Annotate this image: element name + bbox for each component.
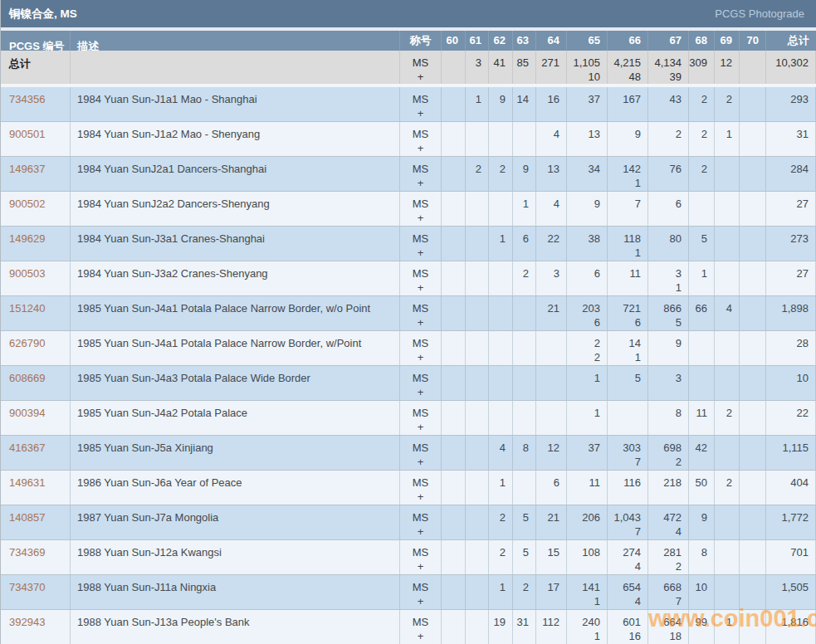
grade-67-cell: 8665 (648, 296, 689, 330)
grade-68-cell: 11 (689, 401, 715, 435)
totals-total-cell: 10,302 (766, 51, 816, 84)
grade-70-cell (740, 505, 766, 539)
grade-69-cell: 4 (715, 296, 740, 330)
grade-66-cell: 116 (608, 471, 648, 505)
coin-description: 1985 Yuan Sun-J4a2 Potala Palace (71, 401, 400, 435)
table-row: 3929431988 Yuan Sun-J13a People's BankMS… (1, 610, 816, 644)
row-total-cell: 293 (766, 87, 816, 121)
grade-62-cell (489, 366, 513, 400)
pcgs-photograde-link[interactable]: PCGS Photograde (715, 7, 804, 20)
grade-60-cell (442, 122, 466, 156)
pcgs-number-link[interactable]: 149637 (9, 163, 45, 175)
pcgs-number-cell: 734356 (1, 87, 71, 121)
grade-61-cell (466, 296, 489, 330)
totals-grade-68-cell: 309 (689, 51, 715, 84)
grade-63-cell: 6 (513, 227, 536, 261)
grade-61-cell (466, 331, 489, 365)
grade-69-cell (715, 575, 740, 609)
grade-62-cell: 2 (489, 505, 513, 539)
grade-67-cell: 76 (648, 157, 689, 191)
pcgs-number-link[interactable]: 149631 (9, 476, 45, 489)
grade-68-cell: 2 (689, 157, 715, 191)
designation-cell: MS+ (400, 366, 442, 400)
pcgs-number-link[interactable]: 140857 (9, 511, 45, 524)
grade-65-cell: 38 (567, 227, 608, 261)
column-header-grade-70: 70 (740, 31, 766, 51)
coin-description: 1987 Yuan Sun-J7a Mongolia (71, 505, 400, 539)
pcgs-number-link[interactable]: 149629 (9, 232, 45, 245)
pcgs-number-cell: 900503 (1, 261, 71, 295)
pcgs-number-link[interactable]: 900394 (9, 407, 45, 419)
grade-67-cell: 66418 (648, 610, 689, 644)
table-row: 1496371984 Yuan SunJ2a1 Dancers-Shanghai… (1, 157, 816, 192)
table-row: 6267901985 Yuan Sun-J4a1 Potala Palace N… (1, 331, 816, 366)
grade-64-cell: 16 (536, 87, 567, 121)
totals-grade-63-cell: 85 (513, 51, 536, 84)
pcgs-number-link[interactable]: 900501 (9, 128, 45, 140)
pcgs-number-link[interactable]: 608669 (9, 372, 45, 384)
grade-61-cell (466, 261, 489, 295)
table-row: 9005021984 Yuan SunJ2a2 Dancers-Shenyang… (1, 192, 816, 227)
grade-67-cell: 3 (648, 366, 689, 400)
grade-64-cell (536, 366, 567, 400)
pcgs-number-link[interactable]: 151240 (9, 302, 45, 315)
grade-62-cell: 2 (489, 540, 513, 574)
pcgs-number-link[interactable]: 900502 (9, 198, 45, 210)
grade-62-cell: 1 (489, 471, 513, 505)
grade-66-cell: 2744 (608, 540, 648, 574)
grade-68-cell (689, 366, 715, 400)
table-row: 7343561984 Yuan Sun-J1a1 Mao - ShanghaiM… (1, 87, 816, 122)
totals-row: 总计 MS+341852711,105104,215484,1343930912… (1, 51, 816, 87)
grade-66-cell: 5 (608, 366, 648, 400)
grade-66-cell: 7 (608, 192, 648, 226)
row-total-cell: 1,898 (766, 296, 816, 330)
column-header-grade-63: 63 (513, 31, 536, 51)
pcgs-number-link[interactable]: 626790 (9, 337, 45, 349)
pcgs-number-link[interactable]: 734370 (9, 581, 45, 593)
grade-68-cell: 5 (689, 227, 715, 261)
pcgs-number-link[interactable]: 734369 (9, 546, 45, 559)
coin-description: 1988 Yuan Sun-J11a Ningxia (71, 575, 400, 609)
pcgs-number-link[interactable]: 900503 (9, 267, 45, 280)
grade-63-cell (513, 471, 536, 505)
grade-63-cell: 14 (513, 87, 536, 121)
grade-69-cell (715, 366, 740, 400)
pcgs-number-link[interactable]: 392943 (9, 616, 45, 628)
grade-69-cell (715, 331, 740, 365)
row-total-cell: 10 (766, 366, 816, 400)
grade-70-cell (740, 261, 766, 295)
grade-65-cell: 2036 (567, 296, 608, 330)
table-row: 7343691988 Yuan Sun-J12a KwangsiMS+25151… (1, 540, 816, 575)
grade-66-cell: 1421 (608, 157, 648, 191)
designation-cell: MS+ (400, 87, 442, 121)
grade-64-cell: 112 (536, 610, 567, 644)
grade-63-cell: 2 (513, 575, 536, 609)
page-title: 铜镍合金, MS (9, 7, 77, 22)
grade-61-cell (466, 610, 489, 644)
grade-63-cell: 31 (513, 610, 536, 644)
column-header-grade-66: 66 (608, 31, 648, 51)
grade-68-cell: 66 (689, 296, 715, 330)
row-total-cell: 1,505 (766, 575, 816, 609)
grade-67-cell: 8 (648, 401, 689, 435)
grade-65-cell: 22 (567, 331, 608, 365)
table-header-row: PCGS 编号 描述 称号 6061626364656667686970总计 (1, 31, 816, 51)
row-total-cell: 284 (766, 157, 816, 191)
table-row: 1512401985 Yuan Sun-J4a1 Potala Palace N… (1, 296, 816, 331)
grade-68-cell: 10 (689, 575, 715, 609)
grade-60-cell (442, 401, 466, 435)
population-report-page: 铜镍合金, MS PCGS Photograde PCGS 编号 描述 称号 6… (0, 0, 816, 644)
totals-grade-62-cell: 41 (489, 51, 513, 84)
totals-grade-66-cell: 4,21548 (608, 51, 648, 84)
grade-67-cell: 80 (648, 227, 689, 261)
grade-63-cell: 8 (513, 436, 536, 470)
coin-description: 1984 Yuan SunJ2a2 Dancers-Shenyang (71, 192, 400, 226)
grade-70-cell (740, 87, 766, 121)
pcgs-number-link[interactable]: 416367 (9, 442, 45, 454)
grade-70-cell (740, 401, 766, 435)
pcgs-number-link[interactable]: 734356 (9, 93, 45, 105)
grade-70-cell (740, 192, 766, 226)
grade-63-cell (513, 401, 536, 435)
totals-grade-64-cell: 271 (536, 51, 567, 84)
pcgs-number-cell: 900501 (1, 122, 71, 156)
